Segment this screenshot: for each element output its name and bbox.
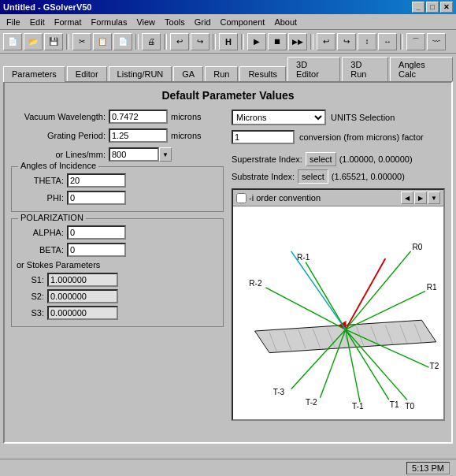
s1-input[interactable] <box>47 273 118 287</box>
minimize-button[interactable]: _ <box>412 2 424 13</box>
phi-input[interactable] <box>67 191 126 205</box>
polarization-group: POLARIZATION ALPHA: BETA: or Stokes Para… <box>11 218 224 327</box>
status-time: 5:13 PM <box>406 462 450 474</box>
r0-label: R0 <box>412 243 422 251</box>
conversion-input[interactable] <box>232 130 295 144</box>
wave-button[interactable]: 〰 <box>427 33 446 50</box>
vacuum-wavelength-unit: microns <box>171 112 202 121</box>
maximize-button[interactable]: □ <box>426 2 439 13</box>
conversion-label: conversion (from microns) factor <box>299 132 424 142</box>
left-panel: Vacuum Wavelength: microns Grating Perio… <box>11 110 224 421</box>
vacuum-wavelength-row: Vacuum Wavelength: microns <box>11 110 224 124</box>
conversion-row: conversion (from microns) factor <box>232 130 445 144</box>
grating-period-unit: microns <box>171 131 202 140</box>
theta-input[interactable] <box>67 173 126 188</box>
toolbar-separator-1 <box>66 34 69 50</box>
substrate-row: Substrate Index: select (1.65521, 0.0000… <box>232 169 445 184</box>
diagram-header: -i order convention ◀ ▶ ▼ <box>233 190 443 206</box>
grating-period-input[interactable] <box>109 128 168 143</box>
tab-angles-calc[interactable]: Angles Calc <box>390 57 453 81</box>
angles-group: Angles of Incidence THETA: PHI: <box>11 166 224 212</box>
i-order-checkbox[interactable] <box>236 193 247 203</box>
stop-button[interactable]: ⏹ <box>268 33 287 50</box>
vacuum-wavelength-input[interactable] <box>109 110 168 124</box>
cut-button[interactable]: ✂ <box>72 33 91 50</box>
tab-run[interactable]: Run <box>205 66 238 81</box>
flip-v-button[interactable]: ↕ <box>358 33 376 50</box>
close-button[interactable]: ✕ <box>440 2 453 13</box>
tab-3d-run[interactable]: 3D Run <box>342 57 388 81</box>
alpha-label: ALPHA: <box>17 228 64 237</box>
print-button[interactable]: 🖨 <box>142 33 161 50</box>
new-button[interactable]: 📄 <box>3 33 22 50</box>
open-button[interactable]: 📂 <box>24 33 43 50</box>
tab-results[interactable]: Results <box>239 66 286 81</box>
arrow-left-button[interactable]: ↩ <box>317 33 336 50</box>
scroll-left-button[interactable]: ◀ <box>401 192 413 204</box>
tab-listing-run[interactable]: Listing/RUN <box>109 66 172 81</box>
menu-format[interactable]: Format <box>50 16 87 28</box>
s3-label: S3: <box>17 308 44 318</box>
s1-label: S1: <box>17 275 44 284</box>
flip-h-button[interactable]: ↔ <box>378 33 397 50</box>
tab-editor[interactable]: Editor <box>67 66 107 81</box>
substrate-select-button[interactable]: select <box>298 169 328 184</box>
superstrate-value: (1.00000, 0.00000) <box>339 154 413 164</box>
lines-mm-dropdown[interactable]: ▼ <box>159 147 172 162</box>
menu-grid[interactable]: Grid <box>190 16 216 28</box>
units-row: Microns Nanometers Angstroms Millimeters… <box>232 110 445 125</box>
theta-label: THETA: <box>17 176 64 185</box>
window-title: Untitled - GSolverV50 <box>3 2 91 12</box>
angles-label: Angles of Incidence <box>18 161 98 170</box>
lines-mm-row: or Lines/mm: ▼ <box>11 147 224 162</box>
tab-ga[interactable]: GA <box>173 66 203 81</box>
stokes-label: or Stokes Parameters <box>17 260 100 270</box>
superstrate-label: Superstrate Index: <box>232 154 302 164</box>
menu-formulas[interactable]: Formulas <box>87 16 132 28</box>
beta-input[interactable] <box>67 243 126 257</box>
run-button[interactable]: ▶ <box>247 33 266 50</box>
vacuum-wavelength-label: Vacuum Wavelength: <box>11 112 106 121</box>
units-select[interactable]: Microns Nanometers Angstroms Millimeters <box>232 110 326 125</box>
save-button[interactable]: 💾 <box>44 33 63 50</box>
menu-component[interactable]: Component <box>216 16 270 28</box>
s3-input[interactable] <box>47 306 118 320</box>
r1-label: R1 <box>427 283 437 292</box>
units-label: UNITS Selection <box>331 113 395 122</box>
r-2-label: R-2 <box>249 279 262 288</box>
paste-button[interactable]: 📄 <box>113 33 132 50</box>
redo-button[interactable]: ↪ <box>191 33 209 50</box>
grating-period-row: Grating Period: microns <box>11 128 224 143</box>
copy-button[interactable]: 📋 <box>93 33 112 50</box>
menu-file[interactable]: File <box>2 16 25 28</box>
step-button[interactable]: ▶▶ <box>288 33 307 50</box>
diagram-container: -i order convention ◀ ▶ ▼ <box>232 188 445 421</box>
lines-mm-input[interactable] <box>109 147 159 162</box>
tab-3d-editor[interactable]: 3D Editor <box>287 57 340 81</box>
menu-tools[interactable]: Tools <box>160 16 190 28</box>
window-controls: _ □ ✕ <box>412 2 453 13</box>
s2-input[interactable] <box>47 289 118 303</box>
h-button[interactable]: H <box>219 33 238 50</box>
superstrate-select-button[interactable]: select <box>306 152 336 166</box>
svg-line-14 <box>346 251 411 329</box>
phi-label: PHI: <box>17 193 64 203</box>
t-3-label: T-3 <box>273 388 285 396</box>
status-bar: 5:13 PM <box>0 459 456 476</box>
s1-row: S1: <box>17 273 218 287</box>
tab-parameters[interactable]: Parameters <box>3 66 65 82</box>
menu-view[interactable]: View <box>132 16 160 28</box>
scroll-right-button[interactable]: ▶ <box>414 192 427 204</box>
diagram-area: R0 R-1 R-2 R1 T0 <box>233 206 443 419</box>
s3-row: S3: <box>17 306 218 320</box>
arc-button[interactable]: ⌒ <box>406 33 425 50</box>
alpha-input[interactable] <box>67 225 126 240</box>
alpha-row: ALPHA: <box>17 225 218 240</box>
scroll-down-button[interactable]: ▼ <box>428 192 440 204</box>
arrow-right-button[interactable]: ↪ <box>337 33 356 50</box>
lines-mm-wrap: ▼ <box>109 147 172 162</box>
toolbar-separator-3 <box>164 34 167 50</box>
menu-edit[interactable]: Edit <box>25 16 50 28</box>
undo-button[interactable]: ↩ <box>170 33 189 50</box>
menu-about[interactable]: About <box>269 16 302 28</box>
